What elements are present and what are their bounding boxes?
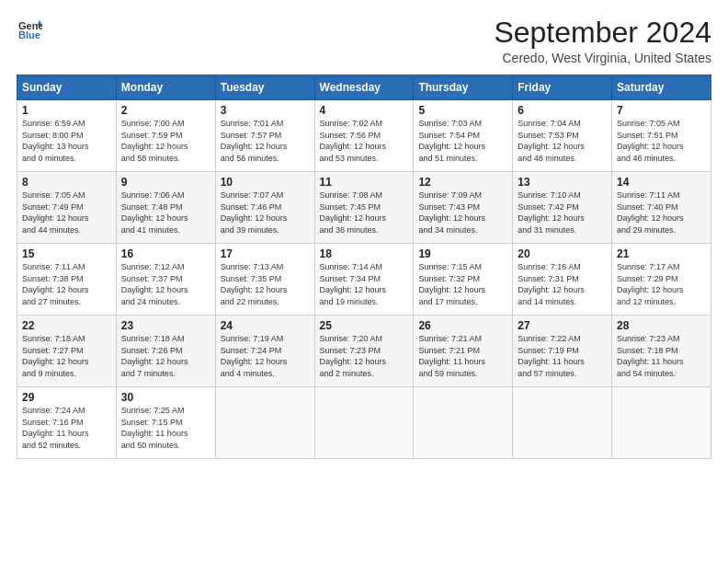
calendar-week-1: 1Sunrise: 6:59 AM Sunset: 8:00 PM Daylig… [17,100,711,172]
day-info: Sunrise: 7:18 AM Sunset: 7:26 PM Dayligh… [121,333,210,379]
col-monday: Monday [116,75,215,100]
day-number: 7 [617,104,706,117]
day-number: 6 [518,104,607,117]
day-number: 26 [418,319,507,332]
day-cell-28: 28Sunrise: 7:23 AM Sunset: 7:18 PM Dayli… [612,316,711,387]
day-number: 14 [617,176,706,189]
day-number: 10 [221,176,310,189]
day-info: Sunrise: 6:59 AM Sunset: 8:00 PM Dayligh… [22,118,111,164]
day-info: Sunrise: 7:21 AM Sunset: 7:21 PM Dayligh… [418,333,507,379]
day-info: Sunrise: 7:10 AM Sunset: 7:42 PM Dayligh… [518,190,607,236]
day-info: Sunrise: 7:11 AM Sunset: 7:40 PM Dayligh… [617,190,706,236]
day-number: 15 [22,247,111,260]
col-friday: Friday [513,75,612,100]
day-number: 29 [22,391,111,404]
day-cell-9: 9Sunrise: 7:06 AM Sunset: 7:48 PM Daylig… [116,172,215,244]
header-row: Sunday Monday Tuesday Wednesday Thursday… [17,75,711,100]
day-number: 20 [518,247,607,260]
day-cell-6: 6Sunrise: 7:04 AM Sunset: 7:53 PM Daylig… [513,100,612,172]
day-info: Sunrise: 7:11 AM Sunset: 7:38 PM Dayligh… [22,261,111,307]
day-info: Sunrise: 7:05 AM Sunset: 7:49 PM Dayligh… [22,190,111,236]
day-number: 24 [221,319,310,332]
day-info: Sunrise: 7:16 AM Sunset: 7:31 PM Dayligh… [518,261,607,307]
calendar-table: Sunday Monday Tuesday Wednesday Thursday… [17,75,711,459]
day-cell-4: 4Sunrise: 7:02 AM Sunset: 7:56 PM Daylig… [314,100,414,172]
day-info: Sunrise: 7:04 AM Sunset: 7:53 PM Dayligh… [518,118,607,164]
day-cell-11: 11Sunrise: 7:08 AM Sunset: 7:45 PM Dayli… [314,172,414,244]
day-info: Sunrise: 7:03 AM Sunset: 7:54 PM Dayligh… [418,118,507,164]
day-number: 16 [121,247,210,260]
calendar-title: September 2024 [494,17,711,49]
day-cell-27: 27Sunrise: 7:22 AM Sunset: 7:19 PM Dayli… [513,316,612,387]
day-number: 3 [221,104,310,117]
day-number: 5 [418,104,507,117]
svg-text:Blue: Blue [18,29,40,40]
day-info: Sunrise: 7:25 AM Sunset: 7:15 PM Dayligh… [121,405,210,451]
calendar-header: General Blue September 2024 Ceredo, West… [17,17,711,65]
day-info: Sunrise: 7:22 AM Sunset: 7:19 PM Dayligh… [518,333,607,379]
day-cell-22: 22Sunrise: 7:18 AM Sunset: 7:27 PM Dayli… [17,316,117,387]
col-saturday: Saturday [612,75,711,100]
empty-cell [215,387,314,459]
day-info: Sunrise: 7:08 AM Sunset: 7:45 PM Dayligh… [320,190,409,236]
day-info: Sunrise: 7:14 AM Sunset: 7:34 PM Dayligh… [320,261,409,307]
day-cell-14: 14Sunrise: 7:11 AM Sunset: 7:40 PM Dayli… [612,172,711,244]
day-cell-25: 25Sunrise: 7:20 AM Sunset: 7:23 PM Dayli… [314,316,414,387]
calendar-week-4: 22Sunrise: 7:18 AM Sunset: 7:27 PM Dayli… [17,316,711,387]
day-cell-3: 3Sunrise: 7:01 AM Sunset: 7:57 PM Daylig… [215,100,314,172]
empty-cell [612,387,711,459]
day-number: 21 [617,247,706,260]
day-cell-26: 26Sunrise: 7:21 AM Sunset: 7:21 PM Dayli… [414,316,513,387]
day-cell-21: 21Sunrise: 7:17 AM Sunset: 7:29 PM Dayli… [612,244,711,316]
day-cell-18: 18Sunrise: 7:14 AM Sunset: 7:34 PM Dayli… [314,244,414,316]
day-number: 4 [320,104,409,117]
day-number: 13 [518,176,607,189]
day-number: 23 [121,319,210,332]
calendar-body: 1Sunrise: 6:59 AM Sunset: 8:00 PM Daylig… [17,100,711,459]
day-info: Sunrise: 7:17 AM Sunset: 7:29 PM Dayligh… [617,261,706,307]
col-wednesday: Wednesday [314,75,414,100]
day-number: 19 [418,247,507,260]
day-number: 28 [617,319,706,332]
day-cell-10: 10Sunrise: 7:07 AM Sunset: 7:46 PM Dayli… [215,172,314,244]
day-info: Sunrise: 7:00 AM Sunset: 7:59 PM Dayligh… [121,118,210,164]
day-cell-30: 30Sunrise: 7:25 AM Sunset: 7:15 PM Dayli… [116,387,215,459]
day-info: Sunrise: 7:23 AM Sunset: 7:18 PM Dayligh… [617,333,706,379]
day-info: Sunrise: 7:07 AM Sunset: 7:46 PM Dayligh… [221,190,310,236]
day-cell-17: 17Sunrise: 7:13 AM Sunset: 7:35 PM Dayli… [215,244,314,316]
day-number: 18 [320,247,409,260]
day-info: Sunrise: 7:06 AM Sunset: 7:48 PM Dayligh… [121,190,210,236]
day-cell-8: 8Sunrise: 7:05 AM Sunset: 7:49 PM Daylig… [17,172,117,244]
calendar-week-5: 29Sunrise: 7:24 AM Sunset: 7:16 PM Dayli… [17,387,711,459]
day-cell-24: 24Sunrise: 7:19 AM Sunset: 7:24 PM Dayli… [215,316,314,387]
day-cell-23: 23Sunrise: 7:18 AM Sunset: 7:26 PM Dayli… [116,316,215,387]
day-cell-16: 16Sunrise: 7:12 AM Sunset: 7:37 PM Dayli… [116,244,215,316]
day-cell-1: 1Sunrise: 6:59 AM Sunset: 8:00 PM Daylig… [17,100,117,172]
day-number: 1 [22,104,111,117]
title-block: September 2024 Ceredo, West Virginia, Un… [494,17,711,65]
calendar-week-2: 8Sunrise: 7:05 AM Sunset: 7:49 PM Daylig… [17,172,711,244]
empty-cell [314,387,414,459]
day-cell-20: 20Sunrise: 7:16 AM Sunset: 7:31 PM Dayli… [513,244,612,316]
calendar-subtitle: Ceredo, West Virginia, United States [494,51,711,65]
day-info: Sunrise: 7:12 AM Sunset: 7:37 PM Dayligh… [121,261,210,307]
day-number: 30 [121,391,210,404]
logo: General Blue [17,17,42,42]
day-info: Sunrise: 7:05 AM Sunset: 7:51 PM Dayligh… [617,118,706,164]
day-number: 9 [121,176,210,189]
day-info: Sunrise: 7:18 AM Sunset: 7:27 PM Dayligh… [22,333,111,379]
day-number: 22 [22,319,111,332]
day-cell-19: 19Sunrise: 7:15 AM Sunset: 7:32 PM Dayli… [414,244,513,316]
day-info: Sunrise: 7:15 AM Sunset: 7:32 PM Dayligh… [418,261,507,307]
day-cell-12: 12Sunrise: 7:09 AM Sunset: 7:43 PM Dayli… [414,172,513,244]
day-number: 27 [518,319,607,332]
col-thursday: Thursday [414,75,513,100]
day-info: Sunrise: 7:09 AM Sunset: 7:43 PM Dayligh… [418,190,507,236]
day-cell-7: 7Sunrise: 7:05 AM Sunset: 7:51 PM Daylig… [612,100,711,172]
day-number: 2 [121,104,210,117]
day-info: Sunrise: 7:24 AM Sunset: 7:16 PM Dayligh… [22,405,111,451]
logo-icon: General Blue [17,17,42,42]
day-cell-5: 5Sunrise: 7:03 AM Sunset: 7:54 PM Daylig… [414,100,513,172]
col-sunday: Sunday [17,75,117,100]
col-tuesday: Tuesday [215,75,314,100]
